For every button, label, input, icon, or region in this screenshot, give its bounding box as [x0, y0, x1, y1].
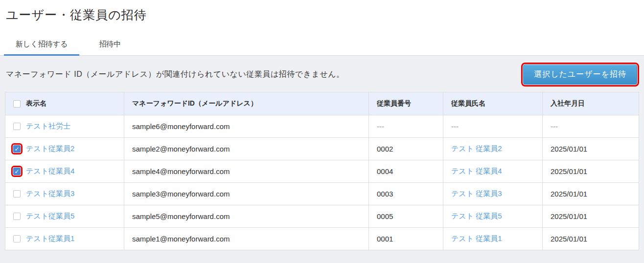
display-name-link[interactable]: テスト社労士	[26, 122, 70, 131]
header-hire-date: 入社年月日	[543, 92, 639, 115]
employee-no-cell: ---	[369, 115, 443, 138]
email-cell: sample5@moneyforward.com	[124, 205, 369, 228]
page-header: ユーザー・従業員の招待 新しく招待する 招待中	[0, 0, 644, 56]
employee-name[interactable]: テスト 従業員3	[451, 189, 502, 197]
header-email: マネーフォワードID（メールアドレス）	[124, 92, 369, 115]
employee-name: ---	[451, 122, 459, 131]
employee-no-cell: 0004	[369, 160, 443, 183]
email-cell: sample2@moneyforward.com	[124, 138, 369, 160]
employee-no-cell: 0003	[369, 183, 443, 205]
display-name-link[interactable]: テスト従業員4	[26, 167, 74, 176]
table-row: テスト従業員4 sample4@moneyforward.com 0004 テス…	[5, 160, 639, 183]
employee-name[interactable]: テスト 従業員2	[451, 144, 502, 153]
header-employee-no: 従業員番号	[369, 92, 443, 115]
display-name-link[interactable]: テスト従業員2	[26, 144, 74, 153]
email-cell: sample3@moneyforward.com	[124, 183, 369, 205]
table-row: テスト従業員5 sample5@moneyforward.com 0005 テス…	[5, 205, 639, 228]
row-checkbox[interactable]	[13, 145, 21, 153]
tab-inviting[interactable]: 招待中	[87, 34, 133, 56]
employee-no-cell: 0005	[369, 205, 443, 228]
employee-table: 表示名 マネーフォワードID（メールアドレス） 従業員番号 従業員氏名 入社年月…	[5, 92, 639, 250]
select-all-checkbox[interactable]	[13, 100, 21, 108]
table-row: テスト従業員1 sample1@moneyforward.com 0001 テス…	[5, 228, 639, 250]
employee-no-cell: 0002	[369, 138, 443, 160]
hire-date-cell: 2025/01/01	[543, 228, 639, 250]
row-checkbox[interactable]	[13, 123, 21, 130]
toolbar: マネーフォワード ID（メールアドレス）が関連付けられていない従業員は招待できま…	[5, 56, 639, 92]
display-name-link[interactable]: テスト従業員1	[26, 234, 74, 243]
hire-date-cell: 2025/01/01	[543, 160, 639, 183]
email-cell: sample4@moneyforward.com	[124, 160, 369, 183]
main-area: マネーフォワード ID（メールアドレス）が関連付けられていない従業員は招待できま…	[0, 56, 644, 263]
employee-name[interactable]: テスト 従業員1	[451, 234, 502, 242]
invite-selected-button[interactable]: 選択したユーザーを招待	[523, 65, 637, 85]
table-row: テスト従業員3 sample3@moneyforward.com 0003 テス…	[5, 183, 639, 205]
row-checkbox[interactable]	[13, 190, 21, 197]
row-checkbox[interactable]	[13, 213, 21, 220]
employee-name[interactable]: テスト 従業員5	[451, 212, 502, 220]
table-header-row: 表示名 マネーフォワードID（メールアドレス） 従業員番号 従業員氏名 入社年月…	[5, 92, 639, 115]
hire-date-cell: 2025/01/01	[543, 205, 639, 228]
hire-date-cell: 2025/01/01	[543, 183, 639, 205]
email-cell: sample1@moneyforward.com	[124, 228, 369, 250]
email-cell: sample6@moneyforward.com	[124, 115, 369, 138]
tab-bar: 新しく招待する 招待中	[4, 34, 133, 56]
header-employee-name: 従業員氏名	[443, 92, 543, 115]
display-name-link[interactable]: テスト従業員5	[26, 212, 74, 221]
header-display-name-label: 表示名	[26, 99, 46, 108]
row-checkbox[interactable]	[13, 168, 21, 175]
page-title: ユーザー・従業員の招待	[0, 0, 644, 23]
tab-new-invite[interactable]: 新しく招待する	[4, 34, 79, 56]
hire-date-cell: 2025/01/01	[543, 138, 639, 160]
table-row: テスト社労士 sample6@moneyforward.com --- --- …	[5, 115, 639, 138]
header-display-name: 表示名	[5, 92, 124, 115]
notice-text: マネーフォワード ID（メールアドレス）が関連付けられていない従業員は招待できま…	[6, 69, 345, 80]
table-row: テスト従業員2 sample2@moneyforward.com 0002 テス…	[5, 138, 639, 160]
display-name-link[interactable]: テスト従業員3	[26, 189, 74, 198]
employee-no-cell: 0001	[369, 228, 443, 250]
hire-date-cell: ---	[543, 115, 639, 138]
row-checkbox[interactable]	[13, 235, 21, 242]
employee-name[interactable]: テスト 従業員4	[451, 167, 502, 175]
